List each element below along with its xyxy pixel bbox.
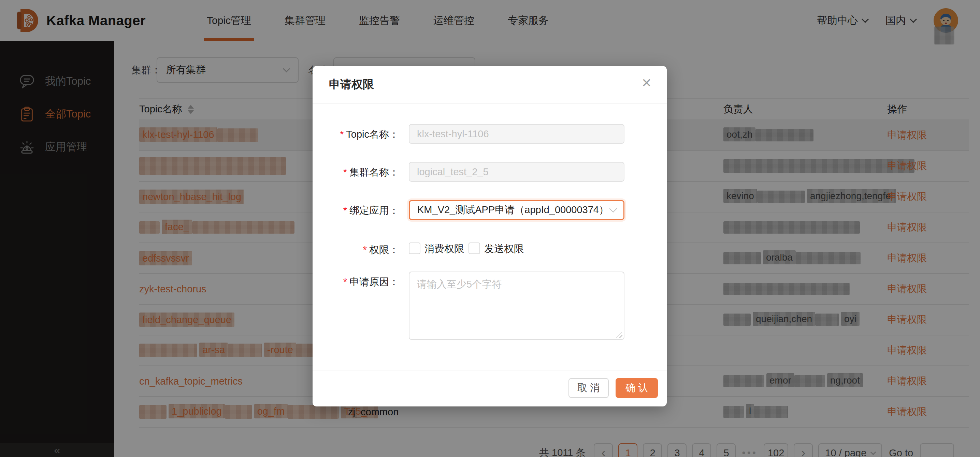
consume-permission-checkbox[interactable] xyxy=(409,243,420,254)
topic-name-label: *Topic名称： xyxy=(313,128,399,141)
send-permission-option[interactable]: 发送权限 xyxy=(484,243,524,254)
chevron-down-icon xyxy=(609,205,617,213)
app-root: Kafka Manager Topic管理集群管理监控告警运维管控专家服务 帮助… xyxy=(0,0,980,457)
bind-app-value: KM_V2_测试APP申请（appId_00000374） xyxy=(417,203,609,217)
modal-title: 申请权限 xyxy=(329,77,374,92)
topic-name-input: klx-test-hyl-1106 xyxy=(409,124,624,144)
apply-reason-label: *申请原因： xyxy=(313,275,399,289)
modal-footer: 取 消 确 认 xyxy=(313,371,667,406)
reason-placeholder: 请输入至少5个字符 xyxy=(417,279,501,290)
consume-permission-option[interactable]: 消费权限 xyxy=(425,243,464,254)
cancel-button[interactable]: 取 消 xyxy=(568,378,609,398)
apply-reason-textarea[interactable]: 请输入至少5个字符 xyxy=(409,272,624,340)
permission-label: *权限： xyxy=(313,243,399,257)
modal-header: 申请权限 ✕ xyxy=(313,66,667,104)
cluster-name-label: *集群名称： xyxy=(313,165,399,179)
send-permission-checkbox[interactable] xyxy=(468,243,480,254)
apply-permission-modal: 申请权限 ✕ *Topic名称： klx-test-hyl-1106 *集群名称… xyxy=(313,66,667,406)
confirm-button[interactable]: 确 认 xyxy=(616,378,658,398)
resize-handle[interactable] xyxy=(616,332,622,338)
close-icon[interactable]: ✕ xyxy=(641,77,652,89)
bind-app-label: *绑定应用： xyxy=(313,204,399,217)
modal-body: *Topic名称： klx-test-hyl-1106 *集群名称： logic… xyxy=(313,104,667,371)
cluster-name-input: logical_test_2_5 xyxy=(409,162,624,182)
bind-app-select[interactable]: KM_V2_测试APP申请（appId_00000374） xyxy=(409,200,624,220)
